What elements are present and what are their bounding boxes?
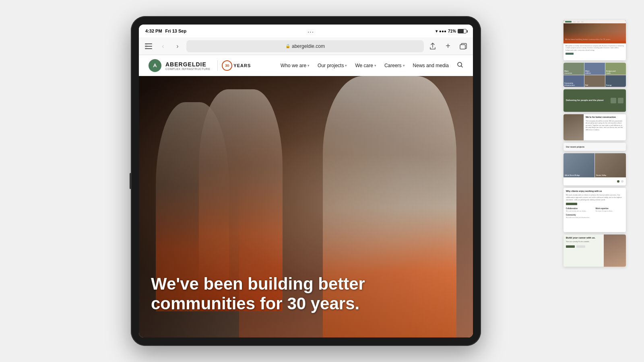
thumb-recent-projects: Alfred Street Bridge Hunter Valley: [564, 153, 626, 185]
thumb6-cta: [566, 203, 577, 205]
forward-button[interactable]: ›: [172, 41, 183, 52]
website-content: ABERGELDIE COMPLEX INFRASTRUCTURE 30 YEA…: [139, 55, 473, 337]
thumb7-title: Build your career with us.: [566, 237, 601, 240]
ipad-screen: 4:32 PM Fri 13 Sep ... ▾ ●●● 71%: [139, 25, 473, 337]
signal-icon: ●●●: [439, 29, 446, 33]
status-right: ▾ ●●● 71%: [436, 29, 466, 33]
carousel-dot-2: [621, 180, 623, 183]
status-bar: 4:32 PM Fri 13 Sep ... ▾ ●●● 71%: [139, 25, 473, 37]
chevron-down-icon: ▾: [308, 64, 310, 68]
thumb2-cell-community: Communityinfrastructure: [564, 75, 584, 87]
thumb-why-clients: Why clients enjoy working with us We wor…: [564, 188, 626, 232]
nav-who-we-are[interactable]: Who we are ▾: [281, 63, 310, 68]
thumb-hero: We've been building better communities f…: [564, 20, 626, 60]
hero-headline: We've been building better communities f…: [151, 274, 461, 313]
svg-rect-4: [460, 45, 465, 49]
years-circle: 30: [222, 60, 232, 71]
thumb-projects-grid: Waterresources Waterutilities Bridges an…: [564, 63, 626, 87]
thumb6-value3: Community We build more than just infras…: [566, 214, 594, 219]
value3-text: We build more than just infrastructure..…: [566, 217, 594, 219]
browser-actions: +: [427, 41, 469, 52]
wifi-icon: ▾: [436, 29, 438, 33]
thumb3-icons: [611, 98, 623, 103]
lock-icon: 🔒: [285, 44, 290, 48]
nav-links: Who we are ▾ Our projects ▾ We care ▾ Ca…: [281, 62, 463, 70]
brand-name: ABERGELDIE: [165, 61, 210, 68]
years-label: YEARS: [233, 63, 251, 68]
value1-text: We work closely with our clients...: [566, 210, 594, 212]
thumb-delivering: Delivering for people and the planet: [564, 89, 626, 112]
thumb6-title: Why clients enjoy working with us: [566, 190, 623, 192]
thumb3-text: Delivering for people and the planet: [566, 99, 611, 102]
chevron-down-icon: ▾: [403, 64, 405, 68]
url-bar[interactable]: 🔒 abergeldie.com: [186, 40, 424, 52]
thumb3-icon1: [611, 98, 616, 103]
logo-area: ABERGELDIE COMPLEX INFRASTRUCTURE 30 YEA…: [149, 59, 251, 72]
thumb5-project2: Hunter Valley: [595, 153, 626, 177]
nav-careers[interactable]: Careers ▾: [384, 63, 405, 68]
browser-chrome: ‹ › 🔒 abergeldie.com +: [139, 37, 473, 55]
value3-title: Community: [566, 214, 594, 216]
thumb-recent-projects-header: Our recent projects: [564, 143, 626, 151]
status-left: 4:32 PM Fri 13 Sep: [145, 29, 186, 33]
tabs-button[interactable]: [458, 41, 469, 52]
thumb7-text: There are currently 76 roles available.: [566, 241, 601, 243]
carousel-dot-1: [617, 180, 619, 183]
add-button[interactable]: +: [442, 41, 454, 52]
nav-news-media[interactable]: News and media: [413, 63, 449, 68]
thumb7-worker-image: [604, 234, 626, 267]
thumb6-body: We work closely with our clients to achi…: [566, 194, 623, 201]
thumb5-footer: [564, 177, 626, 185]
thumb-better-construction: We're for better construction The compan…: [564, 114, 626, 140]
status-date: Fri 13 Sep: [165, 29, 187, 33]
status-dots: ...: [308, 28, 314, 34]
value2-text: Our team of experts deliver...: [596, 210, 624, 212]
thumb-hero-image: We've been building better communities f…: [564, 20, 626, 43]
page-scroll-thumbnails: We've been building better communities f…: [564, 20, 628, 267]
thumb2-cell-water: Waterresources: [564, 63, 584, 75]
chevron-down-icon: ▾: [374, 64, 376, 68]
project1-label: Alfred Street Bridge: [565, 174, 580, 176]
search-button[interactable]: [457, 62, 463, 70]
thumb6-value1: Collaboration We work closely with our c…: [566, 208, 594, 212]
battery-icon: [458, 29, 466, 33]
share-button[interactable]: [427, 41, 438, 52]
thumb1-body: Abergeldie is a locally owned infrastruc…: [564, 43, 626, 56]
project2-label: Hunter Valley: [596, 174, 606, 176]
value2-title: Work expertise: [596, 208, 624, 210]
logo-text: ABERGELDIE COMPLEX INFRASTRUCTURE: [165, 61, 210, 70]
thumb2-cell-water2: Waterutilities: [584, 63, 605, 75]
hero-headline-line2: communities for 30 years.: [151, 294, 461, 313]
site-navigation: ABERGELDIE COMPLEX INFRASTRUCTURE 30 YEA…: [139, 55, 473, 76]
thumb3-icon2: [618, 98, 623, 103]
chevron-down-icon: ▾: [345, 64, 347, 68]
thumb7-cta1: [566, 245, 575, 248]
battery-percent: 71%: [448, 29, 456, 33]
svg-rect-3: [145, 43, 147, 49]
thumb2-cell-energy: Energy: [605, 75, 626, 87]
ipad-frame: 4:32 PM Fri 13 Sep ... ▾ ●●● 71%: [131, 16, 481, 346]
thumb4-text: The company should be a team. We are pas…: [586, 120, 624, 131]
thumb1-headline: We've been building better communities f…: [565, 39, 624, 41]
thumb7-content: Build your career with us. There are cur…: [564, 234, 604, 267]
thumb7-actions: [566, 245, 601, 248]
ipad-side-button[interactable]: [130, 173, 131, 189]
back-button[interactable]: ‹: [157, 41, 169, 52]
brand-subtitle: COMPLEX INFRASTRUCTURE: [165, 68, 210, 70]
thumb6-value2: Work expertise Our team of experts deliv…: [596, 208, 624, 212]
thumb4-content: We're for better construction The compan…: [584, 114, 626, 140]
thumb-careers: Build your career with us. There are cur…: [564, 234, 626, 267]
sidebar-toggle-button[interactable]: [143, 41, 154, 52]
url-text: abergeldie.com: [292, 43, 325, 49]
hero-text-area: We've been building better communities f…: [151, 274, 461, 313]
thumb2-grid: Waterresources Waterutilities Bridges an…: [564, 63, 626, 87]
thumb5-project1: Alfred Street Bridge: [564, 153, 594, 177]
thumb2-cell-rail: Rail: [584, 75, 605, 87]
thumb5-grid: Alfred Street Bridge Hunter Valley: [564, 153, 626, 177]
value1-title: Collaboration: [566, 208, 594, 210]
thumb4-title: We're for better construction: [586, 116, 624, 119]
nav-our-projects[interactable]: Our projects ▾: [318, 63, 347, 68]
recent-projects-label: Our recent projects: [566, 146, 584, 148]
nav-we-care[interactable]: We care ▾: [355, 63, 376, 68]
logo-icon: [149, 59, 161, 72]
